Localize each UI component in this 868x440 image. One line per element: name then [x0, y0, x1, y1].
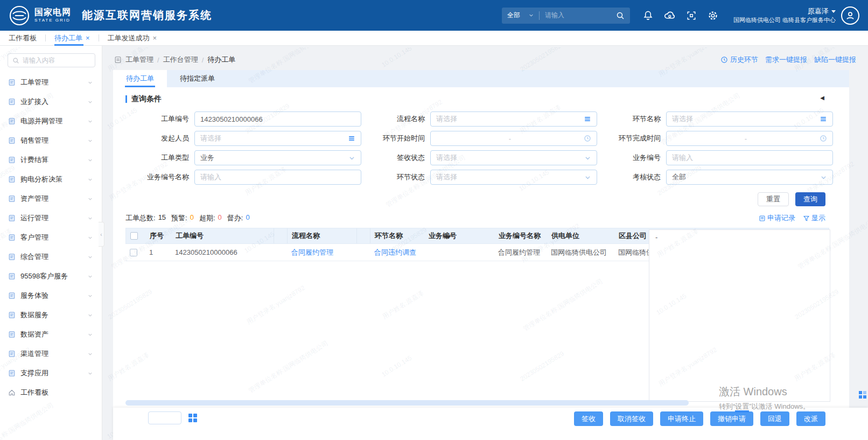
footer-action-button[interactable]: 取消签收	[610, 411, 653, 426]
sidebar-item[interactable]: 综合管理	[0, 247, 102, 267]
field-input[interactable]: 业务	[194, 150, 361, 165]
content-tab[interactable]: 待办工单	[113, 70, 167, 87]
chevron-down-icon	[87, 118, 93, 124]
field-input[interactable]: -	[666, 131, 833, 146]
close-icon[interactable]: ×	[153, 34, 157, 42]
sidebar-search-placeholder: 请输入内容	[23, 56, 55, 65]
stat-value: 0	[190, 213, 194, 223]
list-tool-link[interactable]: 显示	[803, 213, 825, 223]
search-submit-button[interactable]: 查询	[795, 192, 825, 206]
search-button[interactable]	[611, 11, 630, 20]
sidebar-item[interactable]: 数据服务	[0, 305, 102, 325]
search-scope-select[interactable]: 全部	[502, 11, 539, 20]
sidebar-item[interactable]: 工单管理	[0, 73, 102, 92]
breadcrumb-item[interactable]: 工作台管理	[163, 55, 198, 65]
breadcrumb-item[interactable]: 工单管理	[125, 55, 153, 65]
table-header-cell: 业务编号	[424, 231, 494, 241]
footer-action-button[interactable]: 撤销申请	[710, 411, 753, 426]
field-input[interactable]: 请选择	[430, 170, 597, 185]
settings-button[interactable]	[702, 6, 724, 25]
field-input[interactable]: 全部	[666, 170, 833, 185]
search-input[interactable]: 请输入	[540, 11, 611, 20]
sidebar-item[interactable]: 销售管理	[0, 131, 102, 150]
sidebar-item[interactable]: 计费结算	[0, 150, 102, 170]
sidebar-collapse-handle[interactable]: ‹	[99, 222, 104, 247]
window-tab[interactable]: 待办工单×	[54, 31, 90, 46]
notification-bell-button[interactable]	[638, 6, 659, 25]
field-input[interactable]: 1423050210000066	[194, 111, 361, 127]
sidebar-item[interactable]: 支撑应用	[0, 364, 102, 383]
table-header-cell: 工单编号	[171, 231, 274, 241]
table-cell-flow[interactable]: 合同履约管理	[287, 248, 356, 257]
document-icon	[114, 56, 122, 64]
sidebar-item[interactable]: 资产管理	[0, 189, 102, 208]
select-all-checkbox[interactable]	[130, 232, 138, 240]
sidebar-item-label: 95598客户服务	[20, 271, 82, 281]
quick-link[interactable]: 历史环节	[720, 55, 758, 65]
window-tab-label: 工单发送成功	[108, 33, 150, 43]
fullscreen-scan-button[interactable]	[681, 6, 702, 25]
field-input[interactable]: 请选择	[666, 111, 833, 127]
document-icon	[8, 350, 16, 358]
field-input[interactable]: 请选择	[430, 150, 597, 165]
table-header-cell	[126, 232, 145, 240]
sidebar-item[interactable]: 渠道管理	[0, 344, 102, 364]
sidebar-item[interactable]: 工作看板	[0, 383, 102, 402]
field-label: 考核状态	[597, 172, 666, 182]
brand-text: 国家电网 STATE GRID	[34, 8, 71, 23]
pager-icon[interactable]	[188, 414, 197, 422]
sidebar-item-label: 工作看板	[20, 388, 93, 397]
window-tab[interactable]: 工作看板	[9, 31, 37, 46]
avatar[interactable]	[841, 6, 859, 25]
column-resize-cursor-icon[interactable]	[443, 232, 451, 242]
document-icon	[8, 311, 16, 319]
quick-link[interactable]: 缺陷一键提报	[814, 55, 856, 65]
chevron-down-icon	[87, 254, 93, 260]
document-icon	[8, 331, 16, 338]
sidebar-search-input[interactable]: 请输入内容	[8, 53, 95, 67]
sidebar-item[interactable]: 数据资产	[0, 325, 102, 344]
field-input[interactable]: 请选择	[430, 111, 597, 127]
content-tab[interactable]: 待指定派单	[167, 70, 228, 87]
query-field: 业务编号请输入	[597, 148, 833, 167]
cloud-icon	[664, 10, 675, 21]
footer-action-button[interactable]: 改派	[796, 411, 825, 426]
close-icon[interactable]: ×	[86, 34, 90, 42]
sidebar-item[interactable]: 业扩接入	[0, 92, 102, 111]
breadcrumb-item[interactable]: 待办工单	[207, 55, 235, 65]
sidebar-item[interactable]: 服务体验	[0, 286, 102, 305]
horizontal-scrollbar[interactable]	[125, 400, 689, 406]
chevron-down-icon	[584, 155, 591, 162]
page-size-select[interactable]	[148, 411, 181, 424]
list-tool-link[interactable]: 申请记录	[759, 213, 795, 223]
sidebar-item[interactable]: 运行管理	[0, 208, 102, 228]
edge-widget-icon[interactable]	[859, 391, 866, 399]
cloud-service-button[interactable]	[659, 6, 681, 25]
footer-action-button[interactable]: 申请终止	[660, 411, 703, 426]
sidebar-item[interactable]: 客户管理	[0, 228, 102, 247]
quick-link[interactable]: 需求一键提报	[765, 55, 807, 65]
field-input[interactable]: 请选择	[194, 131, 361, 146]
query-field: 流程名称请选择	[361, 109, 597, 129]
sidebar-item-label: 资产管理	[20, 194, 82, 204]
sidebar-item[interactable]: 95598客户服务	[0, 267, 102, 286]
field-input[interactable]: -	[430, 131, 597, 146]
table-cell-step[interactable]: 合同违约调查	[370, 248, 424, 257]
query-field: 环节开始时间-	[361, 129, 597, 148]
footer-action-button[interactable]: 签收	[574, 411, 603, 426]
reset-button[interactable]: 重置	[758, 192, 789, 206]
sidebar-item[interactable]: 电源并网管理	[0, 111, 102, 131]
window-tab-label: 待办工单	[54, 33, 82, 43]
field-input[interactable]: 请输入	[666, 150, 833, 165]
user-info[interactable]: 原嘉泽 国网临猗供电公司 临猗县客户服务中心	[733, 6, 836, 24]
window-tab[interactable]: 工单发送成功×	[108, 31, 157, 46]
global-search[interactable]: 全部 请输入	[502, 8, 630, 24]
window-tab-label: 工作看板	[9, 33, 37, 43]
field-input[interactable]: 请输入	[194, 170, 361, 185]
footer-action-button[interactable]: 回退	[760, 411, 789, 426]
user-org: 国网临猗供电公司 临猗县客户服务中心	[733, 16, 836, 24]
row-checkbox[interactable]	[130, 249, 137, 256]
sidebar-item[interactable]: 购电分析决策	[0, 170, 102, 189]
filter-funnel-icon	[803, 215, 810, 222]
collapse-query-button[interactable]: ◀	[820, 95, 824, 101]
